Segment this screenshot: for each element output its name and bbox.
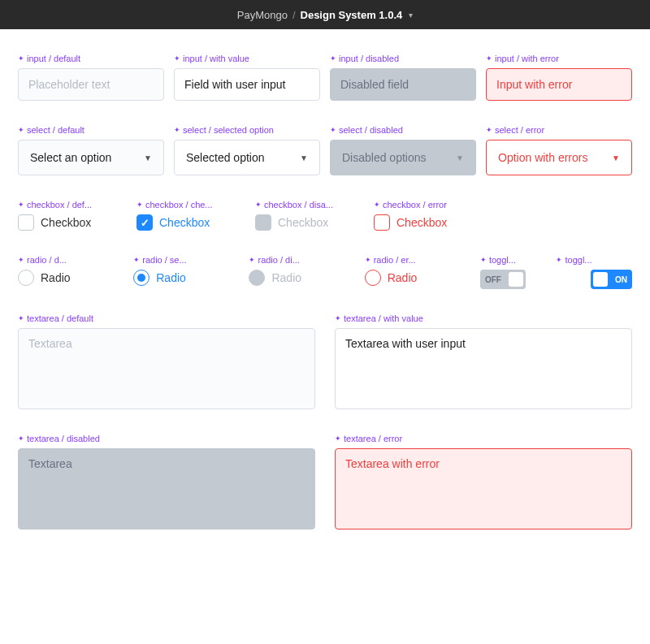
checkbox-checked-icon <box>136 214 153 231</box>
input-row: input / default Placeholder text input /… <box>18 54 632 101</box>
variant-label: checkbox / disa... <box>255 200 374 210</box>
checkbox-label: Checkbox <box>159 216 210 229</box>
toggle-on-label: ON <box>610 275 632 284</box>
select-text: Select an option <box>30 151 111 164</box>
select-text: Option with errors <box>498 151 587 164</box>
select-disabled: Disabled options ▼ <box>330 140 476 175</box>
checkbox-default[interactable]: Checkbox <box>18 214 136 231</box>
breadcrumb-org: PayMongo <box>237 9 288 21</box>
variant-label: checkbox / che... <box>136 200 255 210</box>
radio-default[interactable]: Radio <box>18 270 133 286</box>
select-text: Selected option <box>186 151 265 164</box>
textarea-error[interactable]: Textarea with error <box>335 448 632 529</box>
toggle-off[interactable]: OFF <box>480 270 526 289</box>
checkbox-box-icon <box>18 214 34 231</box>
radio-selected-icon <box>133 270 150 286</box>
radio-error-icon <box>365 270 381 286</box>
caret-down-icon: ▼ <box>456 153 464 162</box>
variant-label: select / selected option <box>174 125 320 135</box>
select-default[interactable]: Select an option ▼ <box>18 140 164 175</box>
caret-down-icon: ▼ <box>612 153 620 162</box>
input-with-error[interactable]: Input with error <box>486 68 632 101</box>
variant-label: radio / se... <box>133 255 249 265</box>
variant-label: checkbox / def... <box>18 200 136 210</box>
checkbox-label: Checkbox <box>41 216 91 229</box>
radio-toggle-row: radio / d... Radio radio / se... Radio r… <box>18 255 632 289</box>
variant-label: toggl... <box>556 255 632 265</box>
variant-label: textarea / error <box>335 434 632 443</box>
variant-label: input / default <box>18 54 164 63</box>
breadcrumb[interactable]: PayMongo / Design System 1.0.4 ▾ <box>0 0 650 29</box>
radio-error[interactable]: Radio <box>365 270 480 286</box>
checkbox-error-icon <box>374 214 390 231</box>
input-disabled: Disabled field <box>330 68 476 101</box>
checkbox-label: Checkbox <box>278 216 328 229</box>
toggle-knob-icon <box>509 272 523 287</box>
variant-label: checkbox / error <box>374 200 492 210</box>
input-default[interactable]: Placeholder text <box>18 68 164 101</box>
checkbox-label: Checkbox <box>396 216 447 229</box>
radio-label: Radio <box>388 271 418 284</box>
select-selected-option[interactable]: Selected option ▼ <box>174 140 320 175</box>
toggle-on[interactable]: ON <box>591 270 632 289</box>
checkbox-row: checkbox / def... Checkbox checkbox / ch… <box>18 200 632 231</box>
variant-label: radio / di... <box>249 255 364 265</box>
radio-disabled-icon <box>249 270 265 286</box>
variant-label: select / default <box>18 125 164 135</box>
textarea-default[interactable]: Textarea <box>18 328 315 409</box>
radio-label: Radio <box>41 271 71 284</box>
breadcrumb-project: Design System 1.0.4 <box>301 9 403 21</box>
checkbox-error[interactable]: Checkbox <box>374 214 492 231</box>
chevron-down-icon[interactable]: ▾ <box>409 11 413 19</box>
select-error[interactable]: Option with errors ▼ <box>486 140 632 175</box>
toggle-knob-icon <box>593 272 608 287</box>
checkbox-disabled: Checkbox <box>255 214 374 231</box>
select-text: Disabled options <box>342 151 427 164</box>
caret-down-icon: ▼ <box>300 153 308 162</box>
input-with-value[interactable]: Field with user input <box>174 68 320 101</box>
variant-label: input / with error <box>486 54 632 63</box>
checkbox-disabled-icon <box>255 214 271 231</box>
variant-label: textarea / with value <box>335 313 632 323</box>
textarea-row-2: textarea / disabled Textarea textarea / … <box>18 434 632 529</box>
radio-label: Radio <box>271 271 301 284</box>
variant-label: input / with value <box>174 54 320 63</box>
textarea-disabled: Textarea <box>18 448 315 529</box>
toggle-off-label: OFF <box>480 275 506 284</box>
caret-down-icon: ▼ <box>144 153 152 162</box>
variant-label: select / disabled <box>330 125 476 135</box>
textarea-row-1: textarea / default Textarea textarea / w… <box>18 313 632 409</box>
variant-label: radio / d... <box>18 255 133 265</box>
variant-label: select / error <box>486 125 632 135</box>
textarea-with-value[interactable]: Textarea with user input <box>335 328 632 409</box>
checkbox-checked[interactable]: Checkbox <box>136 214 255 231</box>
design-canvas: input / default Placeholder text input /… <box>0 29 650 578</box>
variant-label: radio / er... <box>365 255 480 265</box>
variant-label: textarea / default <box>18 313 315 323</box>
breadcrumb-separator: / <box>292 9 296 21</box>
radio-label: Radio <box>156 271 186 284</box>
variant-label: textarea / disabled <box>18 434 315 443</box>
variant-label: input / disabled <box>330 54 476 63</box>
radio-selected[interactable]: Radio <box>133 270 249 286</box>
select-row: select / default Select an option ▼ sele… <box>18 125 632 175</box>
radio-circle-icon <box>18 270 34 286</box>
variant-label: toggl... <box>480 255 557 265</box>
radio-disabled: Radio <box>249 270 364 286</box>
